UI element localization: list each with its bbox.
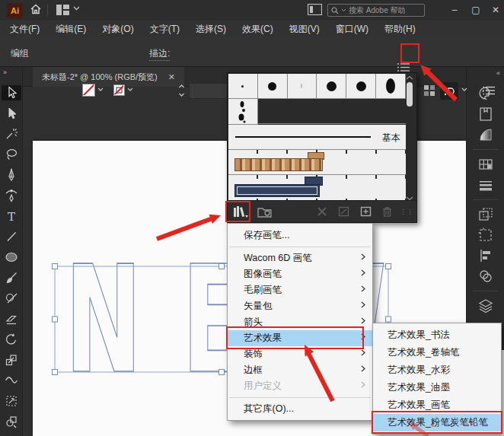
document-tab[interactable]: 未标题-2* @ 100% (RGB/预览) ✕	[33, 67, 184, 87]
menu-item-save-brushes[interactable]: 保存画笔...	[228, 228, 372, 243]
menu-item-vector-pack[interactable]: 矢量包	[228, 298, 372, 314]
menu-file[interactable]: 文件(F)	[10, 23, 40, 36]
stroke-weight-field[interactable]	[189, 83, 231, 99]
menu-edit[interactable]: 编辑(E)	[56, 23, 86, 36]
submenu-item-ink[interactable]: 艺术效果_油墨	[373, 379, 501, 396]
pattern-brush-row-2[interactable]	[228, 175, 406, 202]
shaper-tool[interactable]	[2, 291, 21, 306]
new-brush-icon[interactable]	[360, 206, 372, 217]
resize-grip-icon[interactable]: ⋮⋮	[400, 208, 413, 215]
menu-item-wacom-6d[interactable]: Wacom 6D 画笔	[228, 250, 372, 266]
pattern-brush-row-1[interactable]	[228, 150, 406, 175]
maximize-button[interactable]: ▢	[467, 2, 484, 18]
control-bar: 编组 描边: 基本	[0, 38, 504, 67]
brush-options-icon	[338, 206, 349, 217]
fill-swatch-none[interactable]	[82, 84, 95, 97]
home-icon[interactable]	[29, 2, 43, 16]
transparency-panel-icon[interactable]	[477, 206, 494, 223]
submenu-item-calligraphy[interactable]: 艺术效果_书法	[373, 326, 501, 344]
pen-tool[interactable]	[2, 167, 21, 183]
menu-item-artistic[interactable]: 艺术效果	[228, 330, 372, 346]
brush-item[interactable]	[317, 74, 346, 99]
brushes-panel-menu-icon[interactable]	[397, 62, 410, 72]
brush-libraries-menu-icon[interactable]	[232, 205, 249, 218]
stroke-swatch-none[interactable]	[113, 84, 125, 96]
minimize-button[interactable]: –	[446, 2, 463, 18]
submenu-item-paintbrush[interactable]: 艺术效果_画笔	[373, 396, 501, 414]
delete-brush-icon	[382, 206, 392, 217]
menu-item-arrows[interactable]: 箭头	[228, 314, 372, 330]
scroll-up-icon[interactable]	[405, 75, 414, 80]
submenu-item-scroll-pen[interactable]: 艺术效果_卷轴笔	[373, 344, 501, 361]
brush-item[interactable]	[258, 74, 288, 99]
ellipse-tool[interactable]	[2, 250, 21, 265]
menu-item-other-library[interactable]: 其它库(O)...	[228, 401, 372, 417]
menu-window[interactable]: 窗口(W)	[336, 23, 368, 36]
close-button[interactable]: ✕	[487, 2, 504, 18]
illustrator-window: NEW 未标题-2* @ 100% (RGB/预览) ✕ Ai	[0, 0, 504, 436]
fill-chevron-icon[interactable]	[97, 88, 104, 91]
submenu-item-chalk-charcoal-pencil[interactable]: 艺术效果_粉笔炭笔铅笔	[373, 414, 501, 431]
menu-item-borders[interactable]: 边框	[228, 362, 372, 378]
menu-item-decorative[interactable]: 装饰	[228, 346, 372, 362]
shape-properties-button[interactable]	[440, 82, 458, 100]
direct-selection-tool[interactable]	[2, 106, 21, 121]
layers-panel-icon[interactable]	[477, 298, 494, 314]
submenu-arrow-icon	[361, 365, 365, 372]
artboards-panel-icon[interactable]	[477, 227, 494, 243]
menu-object[interactable]: 对象(O)	[102, 23, 133, 36]
libraries-panel-icon[interactable]	[257, 205, 273, 218]
control-panel-menu-icon[interactable]	[483, 85, 495, 96]
group-label: 编组	[11, 47, 29, 60]
swatches-panel-icon[interactable]	[477, 156, 494, 173]
stroke-swatch-chevron-icon[interactable]	[127, 88, 133, 91]
color-guide-panel-icon[interactable]	[477, 106, 494, 123]
basic-brush-row[interactable]: 基本	[228, 125, 406, 150]
line-segment-tool[interactable]	[2, 229, 21, 244]
menu-select[interactable]: 选择(S)	[196, 23, 226, 36]
paintbrush-tool[interactable]	[2, 270, 21, 285]
tab-close-icon[interactable]: ✕	[168, 72, 175, 82]
brush-item[interactable]	[346, 74, 376, 99]
stroke-panel-icon[interactable]	[477, 177, 494, 193]
stroke-weight-stepper[interactable]	[178, 82, 185, 99]
expand-tools-icon[interactable]: »	[3, 68, 6, 76]
brushes-scrollbar[interactable]	[405, 75, 414, 201]
type-tool[interactable]: T	[2, 208, 21, 224]
free-transform-tool[interactable]	[2, 393, 21, 409]
panel-toggle-icon[interactable]	[308, 4, 322, 15]
brush-item[interactable]	[376, 74, 406, 99]
eraser-tool[interactable]	[2, 311, 21, 326]
symbols-panel-icon[interactable]	[477, 268, 494, 285]
rotate-tool[interactable]	[2, 332, 21, 347]
brush-item[interactable]	[288, 74, 317, 99]
menu-type[interactable]: 文字(T)	[150, 23, 180, 36]
basic-brush-label: 基本	[382, 132, 400, 145]
menu-item-bristle-brushes[interactable]: 毛刷画笔	[228, 282, 372, 298]
arrange-documents-icon[interactable]	[56, 5, 69, 15]
submenu-arrow-icon	[361, 317, 365, 324]
brush-item[interactable]	[228, 99, 258, 125]
app-logo: Ai	[7, 3, 23, 18]
curvature-tool[interactable]	[2, 188, 21, 203]
align-panel-icon[interactable]	[477, 247, 494, 264]
chevron-down-icon[interactable]	[73, 6, 80, 11]
selection-tool[interactable]	[2, 85, 21, 100]
menu-effect[interactable]: 效果(C)	[242, 23, 273, 36]
menu-item-image-brushes[interactable]: 图像画笔	[228, 266, 372, 282]
help-search-input[interactable]: 搜索 Adobe 帮助	[327, 4, 425, 17]
brush-item[interactable]	[228, 74, 258, 99]
recolor-artwork-icon[interactable]	[423, 84, 435, 97]
width-tool[interactable]	[2, 373, 21, 388]
submenu-item-watercolor[interactable]: 艺术效果_水彩	[373, 361, 501, 379]
lasso-tool[interactable]	[2, 147, 21, 162]
scrollbar-thumb[interactable]	[407, 82, 413, 107]
menu-view[interactable]: 视图(V)	[289, 23, 320, 36]
gradient-panel-icon[interactable]	[477, 126, 494, 143]
menu-help[interactable]: 帮助(H)	[384, 23, 416, 36]
scale-tool[interactable]	[2, 352, 21, 368]
magic-wand-tool[interactable]	[2, 126, 21, 142]
shape-builder-tool[interactable]	[2, 414, 21, 429]
collapse-dock-icon[interactable]: «	[496, 69, 499, 77]
shape-properties-chevron-icon[interactable]	[461, 88, 467, 91]
